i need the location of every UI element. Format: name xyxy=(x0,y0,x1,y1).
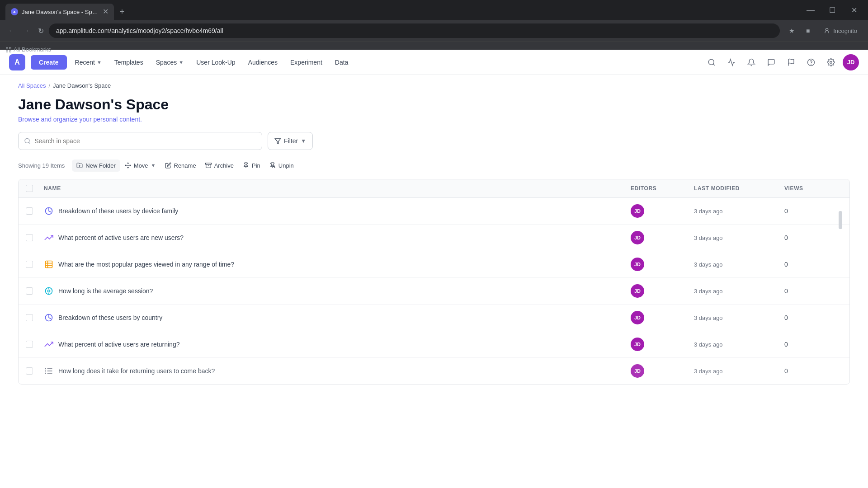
tab-close-icon[interactable]: ✕ xyxy=(103,8,108,15)
help-icon-button[interactable] xyxy=(803,54,819,70)
editor-avatar: JD xyxy=(631,338,644,351)
svg-rect-13 xyxy=(205,163,211,164)
feedback-icon-button[interactable] xyxy=(763,54,779,70)
breadcrumb-separator: / xyxy=(48,82,50,89)
th-views: VIEWS xyxy=(777,179,831,197)
search-input[interactable] xyxy=(34,137,256,145)
row-6-name[interactable]: How long does it take for returning user… xyxy=(58,367,215,375)
row-2-name[interactable]: What are the most popular pages viewed i… xyxy=(58,261,234,268)
forward-button[interactable]: → xyxy=(20,24,33,37)
row-5-empty xyxy=(831,338,849,351)
bookmark-star-icon[interactable]: ★ xyxy=(785,24,798,37)
move-button[interactable]: Move ▼ xyxy=(120,160,160,172)
svg-rect-19 xyxy=(46,261,52,268)
new-folder-button[interactable]: New Folder xyxy=(72,160,120,172)
row-0-views: 0 xyxy=(777,201,831,221)
row-2-editor: JD xyxy=(623,251,687,277)
toolbar: Showing 19 Items New Folder Move ▼ Renam… xyxy=(18,157,850,174)
page-title: Jane Dawson's Space xyxy=(18,96,850,113)
row-1-modified: 3 days ago xyxy=(687,228,777,248)
header-checkbox[interactable] xyxy=(26,185,33,192)
svg-point-1 xyxy=(708,59,714,65)
search-icon-button[interactable] xyxy=(703,54,720,70)
nav-item-audiences[interactable]: Audiences xyxy=(244,55,282,70)
editor-avatar: JD xyxy=(631,204,644,218)
row-4-checkbox[interactable] xyxy=(26,314,33,321)
content-area: Filter ▼ Showing 19 Items New Folder Mov… xyxy=(0,123,868,488)
table-row[interactable]: What are the most popular pages viewed i… xyxy=(19,251,849,278)
svg-point-7 xyxy=(25,138,29,143)
row-1-name[interactable]: What percent of active users are new use… xyxy=(58,234,184,241)
row-5-name[interactable]: What percent of active users are returni… xyxy=(58,341,179,348)
th-checkbox xyxy=(19,179,37,197)
maximize-button[interactable]: ☐ xyxy=(822,3,843,17)
recent-chevron-icon: ▼ xyxy=(97,60,102,65)
row-0-name[interactable]: Breakdown of these users by device famil… xyxy=(58,207,178,215)
row-6-empty xyxy=(831,365,849,377)
notifications-icon-button[interactable] xyxy=(743,54,760,70)
rename-button[interactable]: Rename xyxy=(160,160,201,172)
row-4-empty xyxy=(831,311,849,324)
nav-item-templates[interactable]: Templates xyxy=(110,55,148,70)
filter-button[interactable]: Filter ▼ xyxy=(268,132,313,150)
row-4-views: 0 xyxy=(777,308,831,328)
row-2-checkbox[interactable] xyxy=(26,261,33,268)
page-subtitle: Browse and organize your personal conten… xyxy=(18,116,850,123)
back-button[interactable]: ← xyxy=(5,24,18,37)
new-tab-button[interactable]: + xyxy=(116,5,128,18)
create-button[interactable]: Create xyxy=(31,55,67,70)
extensions-icon[interactable]: ■ xyxy=(802,24,814,37)
browser-tab[interactable]: A Jane Dawson's Space - Space ✕ xyxy=(5,4,114,20)
row-0-checkbox[interactable] xyxy=(26,207,33,215)
funnel-icon xyxy=(44,366,54,376)
row-4-name[interactable]: Breakdown of these users by country xyxy=(58,314,162,321)
chart-icon-button[interactable] xyxy=(723,54,740,70)
row-4-modified: 3 days ago xyxy=(687,308,777,328)
incognito-badge: Incognito xyxy=(818,25,863,36)
archive-button[interactable]: Archive xyxy=(201,160,238,172)
nav-item-data[interactable]: Data xyxy=(330,55,353,70)
address-bar[interactable] xyxy=(49,23,780,38)
table-row[interactable]: Breakdown of these users by device famil… xyxy=(19,198,849,225)
row-5-views: 0 xyxy=(777,334,831,354)
user-avatar[interactable]: JD xyxy=(843,54,859,70)
row-0-modified: 3 days ago xyxy=(687,202,777,221)
flag-icon-button[interactable] xyxy=(783,54,799,70)
row-5-checkbox[interactable] xyxy=(26,341,33,348)
compass-icon xyxy=(44,286,54,296)
minimize-button[interactable]: — xyxy=(800,3,821,17)
row-2-name-cell: What are the most popular pages viewed i… xyxy=(37,253,623,276)
row-1-views: 0 xyxy=(777,228,831,248)
row-3-views: 0 xyxy=(777,281,831,301)
table-row[interactable]: How long is the average session? JD 3 da… xyxy=(19,278,849,305)
search-icon xyxy=(24,137,31,145)
row-0-editor: JD xyxy=(623,198,687,224)
nav-item-experiment[interactable]: Experiment xyxy=(286,55,327,70)
editor-avatar: JD xyxy=(631,258,644,271)
table-row[interactable]: What percent of active users are returni… xyxy=(19,331,849,358)
app-logo[interactable]: A xyxy=(9,54,25,70)
move-chevron-icon: ▼ xyxy=(151,163,156,168)
row-3-name[interactable]: How long is the average session? xyxy=(58,287,153,295)
unpin-button[interactable]: Unpin xyxy=(265,160,298,172)
segment-icon xyxy=(44,313,54,323)
row-3-checkbox[interactable] xyxy=(26,287,33,295)
nav-item-user-lookup[interactable]: User Look-Up xyxy=(192,55,240,70)
row-6-modified: 3 days ago xyxy=(687,361,777,381)
table-row[interactable]: How long does it take for returning user… xyxy=(19,358,849,384)
row-1-checkbox[interactable] xyxy=(26,234,33,241)
nav-item-recent[interactable]: Recent ▼ xyxy=(71,55,106,70)
row-1-name-cell: What percent of active users are new use… xyxy=(37,226,623,249)
refresh-button[interactable]: ↻ xyxy=(34,24,47,37)
table-row[interactable]: What percent of active users are new use… xyxy=(19,225,849,251)
breadcrumb-all-spaces[interactable]: All Spaces xyxy=(18,82,46,89)
nav-item-spaces[interactable]: Spaces ▼ xyxy=(151,55,189,70)
row-5-name-cell: What percent of active users are returni… xyxy=(37,333,623,356)
svg-point-6 xyxy=(830,61,832,63)
close-button[interactable]: ✕ xyxy=(844,3,864,17)
row-6-checkbox[interactable] xyxy=(26,367,33,375)
breadcrumb-current: Jane Dawson's Space xyxy=(53,82,111,89)
table-row[interactable]: Breakdown of these users by country JD 3… xyxy=(19,305,849,331)
pin-button[interactable]: Pin xyxy=(238,160,265,172)
settings-icon-button[interactable] xyxy=(823,54,839,70)
